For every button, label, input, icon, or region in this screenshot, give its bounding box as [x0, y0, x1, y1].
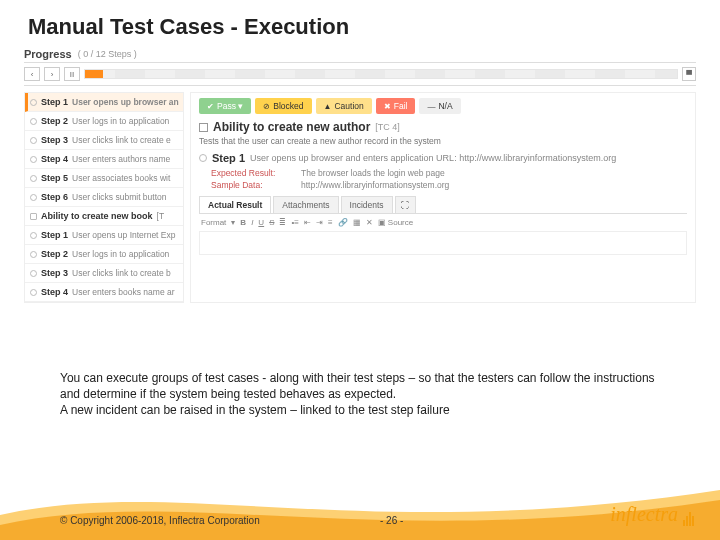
pause-button[interactable]: II [64, 67, 80, 81]
step-header: Step 1 User opens up browser and enters … [199, 152, 687, 164]
sidebar-step[interactable]: Step 3 User clicks link to create e [25, 131, 183, 150]
app-screenshot: Progress ( 0 / 12 Steps ) ‹ › II ▀ Step … [24, 46, 696, 303]
tab-attachments[interactable]: Attachments [273, 196, 338, 213]
circle-icon [30, 156, 37, 163]
status-circle-icon [199, 154, 207, 162]
tab-expand[interactable]: ⛶ [395, 196, 416, 213]
progress-label: Progress [24, 48, 72, 60]
status-bar: ✔Pass ▾ ⊘Blocked ▲Caution ✖Fail —N/A [199, 98, 687, 114]
result-tabs: Actual Result Attachments Incidents ⛶ [199, 196, 687, 214]
sidebar-step[interactable]: Step 1 User opens up browser an [25, 93, 183, 112]
prev-button[interactable]: ‹ [24, 67, 40, 81]
tab-actual-result[interactable]: Actual Result [199, 196, 271, 213]
caution-icon: ▲ [324, 102, 332, 111]
sidebar-section[interactable]: Ability to create new book [T [25, 207, 183, 226]
circle-icon [30, 232, 37, 239]
circle-icon [30, 137, 37, 144]
format-dropdown[interactable]: Format [201, 218, 226, 227]
sidebar-step[interactable]: Step 2 User logs in to application [25, 245, 183, 264]
circle-icon [30, 289, 37, 296]
slide-paragraph: You can execute groups of test cases - a… [60, 370, 660, 419]
circle-icon [30, 118, 37, 125]
na-icon: — [427, 102, 435, 111]
source-button[interactable]: ▣ Source [378, 218, 414, 227]
progress-bar [84, 69, 678, 79]
ul-button[interactable]: •≡ [291, 218, 298, 227]
sidebar-step[interactable]: Step 1 User opens up Internet Exp [25, 226, 183, 245]
slide-title: Manual Test Cases - Execution [0, 0, 720, 46]
clear-button[interactable]: ✕ [366, 218, 373, 227]
testcase-desc: Tests that the user can create a new aut… [199, 136, 687, 146]
actual-result-editor[interactable] [199, 231, 687, 255]
dock-button[interactable]: ▀ [682, 67, 696, 81]
sidebar-step[interactable]: Step 6 User clicks submit button [25, 188, 183, 207]
indent-button[interactable]: ⇥ [316, 218, 323, 227]
block-icon: ⊘ [263, 102, 270, 111]
sidebar-step[interactable]: Step 4 User enters books name ar [25, 283, 183, 302]
circle-icon [30, 175, 37, 182]
chevron-down-icon: ▾ [231, 218, 235, 227]
copyright: © Copyright 2006-2018, Inflectra Corpora… [60, 515, 260, 526]
underline-button[interactable]: U [258, 218, 264, 227]
strike-button[interactable]: S [269, 218, 274, 227]
caution-button[interactable]: ▲Caution [316, 98, 372, 114]
blocked-button[interactable]: ⊘Blocked [255, 98, 311, 114]
sidebar-step[interactable]: Step 4 User enters authors name [25, 150, 183, 169]
circle-icon [30, 270, 37, 277]
checkbox-icon[interactable] [199, 123, 208, 132]
inflectra-logo: inflectra [610, 503, 694, 526]
step-sidebar: Step 1 User opens up browser anStep 2 Us… [24, 92, 184, 303]
table-button[interactable]: ▦ [353, 218, 361, 227]
tab-incidents[interactable]: Incidents [341, 196, 393, 213]
bold-button[interactable]: B [240, 218, 246, 227]
na-button[interactable]: —N/A [419, 98, 460, 114]
expected-value: The browser loads the login web page [301, 168, 445, 178]
progress-count: ( 0 / 12 Steps ) [78, 49, 137, 59]
testcase-id: [TC 4] [375, 122, 400, 132]
align-button[interactable]: ≡ [328, 218, 333, 227]
sample-label: Sample Data: [211, 180, 291, 190]
editor-toolbar: Format▾ B I U S ≣ •≡ ⇤ ⇥ ≡ 🔗 ▦ ✕ ▣ Sourc… [199, 214, 687, 231]
content-panel: ✔Pass ▾ ⊘Blocked ▲Caution ✖Fail —N/A Abi… [190, 92, 696, 303]
sidebar-step[interactable]: Step 5 User associates books wit [25, 169, 183, 188]
link-button[interactable]: 🔗 [338, 218, 348, 227]
testcase-title: Ability to create new author [TC 4] [199, 120, 687, 134]
outdent-button[interactable]: ⇤ [304, 218, 311, 227]
italic-button[interactable]: I [251, 218, 253, 227]
check-icon: ✔ [207, 102, 214, 111]
circle-icon [30, 99, 37, 106]
expected-label: Expected Result: [211, 168, 291, 178]
sidebar-step[interactable]: Step 3 User clicks link to create b [25, 264, 183, 283]
pass-button[interactable]: ✔Pass ▾ [199, 98, 251, 114]
next-button[interactable]: › [44, 67, 60, 81]
sample-value: http://www.libraryinformationsystem.org [301, 180, 449, 190]
ol-button[interactable]: ≣ [279, 218, 286, 227]
circle-icon [30, 251, 37, 258]
circle-icon [30, 194, 37, 201]
page-number: - 26 - [380, 515, 403, 526]
logo-bars-icon [682, 503, 694, 526]
square-icon [30, 213, 37, 220]
sidebar-step[interactable]: Step 2 User logs in to application [25, 112, 183, 131]
fail-icon: ✖ [384, 102, 391, 111]
fail-button[interactable]: ✖Fail [376, 98, 416, 114]
